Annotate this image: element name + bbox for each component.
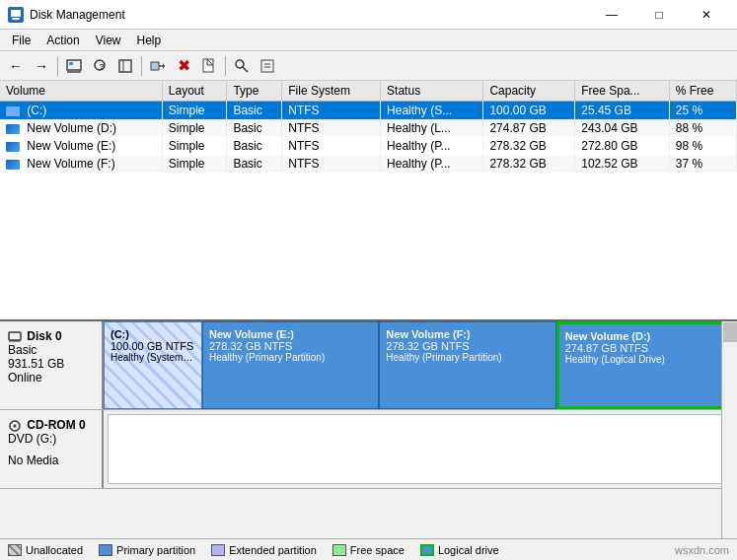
partition-d-size: 274.87 GB NTFS — [565, 342, 728, 354]
partition-f-name: New Volume (F:) — [386, 328, 549, 340]
close-button[interactable]: ✕ — [684, 0, 729, 30]
window-controls: — □ ✕ — [589, 0, 729, 30]
cell-pct: 25 % — [669, 102, 736, 120]
back-button[interactable]: ← — [4, 54, 28, 78]
cell-volume: New Volume (F:) — [0, 155, 162, 173]
cell-free: 243.04 GB — [575, 119, 670, 137]
partition-f-size: 278.32 GB NTFS — [386, 340, 549, 352]
menu-view[interactable]: View — [88, 32, 129, 49]
partition-d[interactable]: New Volume (D:) 274.87 GB NTFS Healthy (… — [556, 321, 737, 409]
legend-free: Free space — [332, 544, 405, 556]
svg-marker-11 — [163, 63, 165, 69]
cell-type: Basic — [227, 102, 282, 120]
minimize-button[interactable]: — — [589, 0, 634, 30]
toolbar-btn-2[interactable]: ? — [88, 54, 111, 78]
disk-0-label: Disk 0 Basic 931.51 GB Online — [0, 321, 104, 409]
toolbar-new-button[interactable] — [197, 54, 221, 78]
cell-layout: Simple — [162, 119, 227, 137]
separator-1 — [57, 56, 58, 76]
legend-extended: Extended partition — [211, 544, 317, 556]
col-capacity[interactable]: Capacity — [483, 81, 575, 102]
svg-rect-20 — [9, 332, 21, 340]
table-row[interactable]: New Volume (E:) Simple Basic NTFS Health… — [0, 137, 737, 155]
svg-point-15 — [236, 60, 244, 68]
footer-credit: wsxdn.com — [675, 544, 729, 556]
toolbar-props-button[interactable] — [256, 54, 279, 78]
svg-rect-1 — [12, 18, 20, 20]
toolbar-search-button[interactable] — [230, 54, 254, 78]
volume-icon — [6, 124, 20, 134]
cell-capacity: 274.87 GB — [483, 119, 575, 137]
col-pctfree[interactable]: % Free — [669, 81, 736, 102]
scrollbar-track[interactable] — [721, 321, 737, 538]
cell-volume: New Volume (E:) — [0, 137, 162, 155]
svg-rect-17 — [261, 60, 273, 72]
main-content: Volume Layout Type File System Status Ca… — [0, 81, 737, 560]
col-freespace[interactable]: Free Spa... — [575, 81, 670, 102]
disk-0-row: Disk 0 Basic 931.51 GB Online (C:) 100.0… — [0, 321, 737, 410]
cell-fs: NTFS — [282, 119, 381, 137]
volume-table-area: Volume Layout Type File System Status Ca… — [0, 81, 737, 321]
cell-status: Healthy (S... — [381, 102, 483, 120]
forward-button[interactable]: → — [30, 54, 53, 78]
volume-icon — [6, 160, 20, 170]
cell-layout: Simple — [162, 137, 227, 155]
disk-panel-inner: Disk 0 Basic 931.51 GB Online (C:) 100.0… — [0, 321, 737, 538]
svg-rect-9 — [151, 62, 159, 70]
partition-f[interactable]: New Volume (F:) 278.32 GB NTFS Healthy (… — [379, 321, 555, 409]
disk-0-name: Disk 0 — [8, 329, 94, 343]
table-row[interactable]: (C:) Simple Basic NTFS Healthy (S... 100… — [0, 102, 737, 120]
cell-volume: (C:) — [0, 102, 162, 120]
partition-e[interactable]: New Volume (E:) 278.32 GB NTFS Healthy (… — [202, 321, 379, 409]
col-type[interactable]: Type — [227, 81, 282, 102]
table-row[interactable]: New Volume (F:) Simple Basic NTFS Health… — [0, 155, 737, 173]
maximize-button[interactable]: □ — [636, 0, 682, 30]
cell-capacity: 278.32 GB — [483, 155, 575, 173]
cell-fs: NTFS — [282, 102, 381, 120]
disk-0-type: Basic — [8, 343, 94, 357]
legend-logical: Logical drive — [420, 544, 499, 556]
volume-table: Volume Layout Type File System Status Ca… — [0, 81, 737, 173]
menu-action[interactable]: Action — [38, 32, 87, 49]
toolbar-btn-1[interactable] — [62, 54, 86, 78]
menu-file[interactable]: File — [4, 32, 38, 49]
menu-help[interactable]: Help — [129, 32, 170, 49]
cell-type: Basic — [227, 137, 282, 155]
partition-f-status: Healthy (Primary Partition) — [386, 352, 549, 363]
toolbar-delete-button[interactable]: ✖ — [172, 54, 195, 78]
cdrom-0-content — [108, 414, 733, 484]
partition-c[interactable]: (C:) 100.00 GB NTFS Healthy (System, Boo… — [104, 321, 202, 409]
disk-0-partitions: (C:) 100.00 GB NTFS Healthy (System, Boo… — [104, 321, 737, 409]
legend-bar: Unallocated Primary partition Extended p… — [0, 538, 737, 560]
col-layout[interactable]: Layout — [162, 81, 227, 102]
cell-layout: Simple — [162, 102, 227, 120]
scrollbar-thumb[interactable] — [723, 322, 737, 342]
cdrom-0-name: CD-ROM 0 — [8, 418, 94, 432]
partition-d-name: New Volume (D:) — [565, 330, 728, 342]
cdrom-0-label: CD-ROM 0 DVD (G:) No Media — [0, 410, 104, 488]
cell-fs: NTFS — [282, 137, 381, 155]
menu-bar: File Action View Help — [0, 30, 737, 51]
title-bar-left: Disk Management — [8, 7, 125, 23]
window-title: Disk Management — [30, 8, 125, 22]
col-volume[interactable]: Volume — [0, 81, 162, 102]
table-row[interactable]: New Volume (D:) Simple Basic NTFS Health… — [0, 119, 737, 137]
cdrom-0-status: No Media — [8, 454, 94, 467]
col-status[interactable]: Status — [381, 81, 483, 102]
col-filesystem[interactable]: File System — [282, 81, 381, 102]
cell-fs: NTFS — [282, 155, 381, 173]
toolbar-connect-button[interactable] — [146, 54, 170, 78]
legend-free-label: Free space — [350, 544, 405, 556]
legend-free-icon — [332, 544, 346, 556]
toolbar-btn-3[interactable] — [113, 54, 137, 78]
toolbar: ← → ? ✖ — [0, 51, 737, 81]
cell-layout: Simple — [162, 155, 227, 173]
cell-volume: New Volume (D:) — [0, 119, 162, 137]
partition-e-status: Healthy (Primary Partition) — [209, 352, 372, 363]
volume-icon — [6, 142, 20, 152]
cell-capacity: 100.00 GB — [483, 102, 575, 120]
cdrom-0-type: DVD (G:) — [8, 432, 94, 446]
separator-2 — [141, 56, 142, 76]
app-icon — [8, 7, 24, 23]
table-header-row: Volume Layout Type File System Status Ca… — [0, 81, 737, 102]
